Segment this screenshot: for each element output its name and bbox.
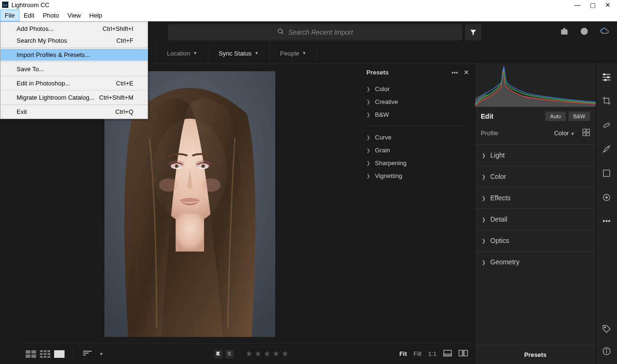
chevron-right-icon: ❯ [482, 217, 486, 222]
svg-point-22 [159, 178, 178, 192]
svg-rect-61 [459, 350, 462, 356]
svg-point-38 [604, 327, 606, 328]
menu-help[interactable]: Help [85, 10, 106, 21]
maximize-icon[interactable]: ▢ [590, 1, 596, 9]
minimize-icon[interactable]: — [574, 1, 580, 9]
zoom-fit[interactable]: Fit [399, 350, 407, 357]
grid-2-view-icon[interactable] [26, 350, 36, 358]
chevron-right-icon: ❯ [366, 160, 370, 166]
filter-location[interactable]: Location▼ [157, 43, 208, 64]
preset-color[interactable]: ❯Color [366, 83, 469, 95]
info-icon[interactable] [602, 346, 611, 357]
tag-icon[interactable] [602, 324, 611, 335]
file-save-to[interactable]: Save To... [0, 63, 148, 75]
chevron-right-icon: ❯ [482, 238, 486, 243]
sort-icon[interactable] [82, 350, 93, 358]
help-icon[interactable] [580, 27, 589, 37]
svg-rect-52 [40, 356, 43, 358]
profile-dropdown[interactable]: Color ▼ [554, 130, 575, 137]
svg-rect-50 [44, 353, 47, 355]
preset-curve[interactable]: ❯Curve [366, 131, 469, 144]
linear-gradient-tool-icon[interactable] [602, 168, 611, 179]
share-icon[interactable] [560, 27, 569, 37]
svg-rect-44 [26, 355, 30, 358]
svg-point-41 [606, 349, 607, 349]
compare-view-icon[interactable] [458, 350, 468, 358]
menubar: File Edit Photo View Help [0, 9, 617, 21]
menu-separator [0, 104, 148, 105]
edit-section-light[interactable]: ❯Light [475, 144, 596, 166]
flag-picked-icon[interactable] [214, 350, 223, 358]
zoom-1to1[interactable]: 1:1 [428, 350, 437, 357]
presets-panel: Presets ••• ✕ ❯Color ❯Creative ❯B&W ❯Cur… [361, 64, 475, 364]
more-tools-icon[interactable]: ••• [603, 217, 611, 225]
menu-separator [0, 90, 148, 91]
app-logo-icon: Lr [2, 1, 9, 8]
chevron-right-icon: ❯ [482, 196, 486, 201]
brush-tool-icon[interactable] [602, 144, 611, 155]
edit-section-geometry[interactable]: ❯Geometry [475, 251, 596, 272]
svg-rect-51 [47, 353, 50, 355]
app-title: Lightroom CC [11, 1, 49, 9]
radial-gradient-tool-icon[interactable] [602, 193, 611, 204]
edit-section-effects[interactable]: ❯Effects [475, 187, 596, 208]
chevron-right-icon: ❯ [366, 135, 370, 140]
chevron-right-icon: ❯ [482, 174, 486, 179]
titlebar: Lr Lightroom CC — ▢ ✕ [0, 0, 617, 9]
chevron-down-icon: ▼ [302, 51, 307, 56]
menu-edit[interactable]: Edit [19, 10, 38, 21]
svg-rect-25 [587, 129, 589, 132]
close-icon[interactable]: ✕ [605, 1, 610, 9]
healing-tool-icon[interactable] [602, 120, 611, 131]
chevron-down-icon[interactable]: ▼ [99, 352, 103, 356]
edit-section-detail[interactable]: ❯Detail [475, 208, 596, 230]
adjust-tool-icon[interactable] [602, 72, 611, 83]
grid-small-view-icon[interactable] [40, 350, 50, 358]
single-view-icon[interactable] [54, 350, 65, 358]
svg-rect-34 [603, 122, 610, 128]
preset-grain[interactable]: ❯Grain [366, 144, 469, 157]
presets-more-icon[interactable]: ••• [451, 69, 458, 76]
svg-rect-62 [464, 350, 467, 356]
svg-point-23 [202, 178, 221, 192]
flag-rejected-icon[interactable] [225, 350, 234, 358]
menu-file[interactable]: File [0, 9, 19, 21]
histogram[interactable] [475, 64, 596, 107]
preset-vignetting[interactable]: ❯Vignetting [366, 169, 469, 182]
edit-section-optics[interactable]: ❯Optics [475, 230, 596, 251]
preset-bw[interactable]: ❯B&W [366, 108, 469, 121]
presets-title: Presets [366, 69, 389, 76]
svg-point-20 [169, 160, 184, 168]
menu-photo[interactable]: Photo [38, 10, 63, 21]
preset-sharpening[interactable]: ❯Sharpening [366, 157, 469, 169]
menu-separator [0, 47, 148, 48]
filter-people[interactable]: People▼ [270, 43, 317, 64]
file-edit-in-photoshop[interactable]: Edit in Photoshop...Ctrl+E [0, 77, 148, 89]
menu-view[interactable]: View [63, 10, 85, 21]
file-exit[interactable]: ExitCtrl+Q [0, 106, 148, 118]
auto-button[interactable]: Auto [545, 112, 566, 121]
presets-close-icon[interactable]: ✕ [464, 69, 469, 76]
profile-grid-icon[interactable] [582, 129, 590, 138]
filmstrip-toggle-icon[interactable] [443, 350, 452, 358]
star-rating[interactable]: ★★★★★ [245, 349, 289, 359]
chevron-right-icon: ❯ [366, 86, 370, 92]
cloud-sync-icon[interactable] [600, 27, 609, 37]
edit-section-color[interactable]: ❯Color [475, 166, 596, 187]
file-add-photos[interactable]: Add Photos...Ctrl+Shift+I [0, 23, 148, 35]
presets-footer-button[interactable]: Presets [475, 345, 596, 364]
preset-creative[interactable]: ❯Creative [366, 95, 469, 108]
search-icon [277, 28, 284, 37]
bottom-bar: ▼ ★★★★★ Fit Fill 1:1 [19, 343, 475, 364]
file-migrate-catalog[interactable]: Migrate Lightroom Catalog...Ctrl+Shift+M [0, 92, 148, 103]
crop-tool-icon[interactable] [602, 96, 611, 107]
search-input[interactable]: Search Recent Import [168, 24, 462, 40]
svg-rect-27 [587, 133, 589, 136]
filter-sync-status[interactable]: Sync Status▼ [208, 43, 270, 64]
file-search-photos[interactable]: Search My PhotosCtrl+F [0, 35, 148, 47]
filter-button[interactable] [465, 24, 481, 40]
chevron-down-icon: ▼ [193, 51, 197, 56]
file-import-profiles-presets[interactable]: Import Profiles & Presets... [0, 49, 148, 61]
bw-button[interactable]: B&W [569, 112, 590, 121]
zoom-fill[interactable]: Fill [413, 350, 421, 357]
